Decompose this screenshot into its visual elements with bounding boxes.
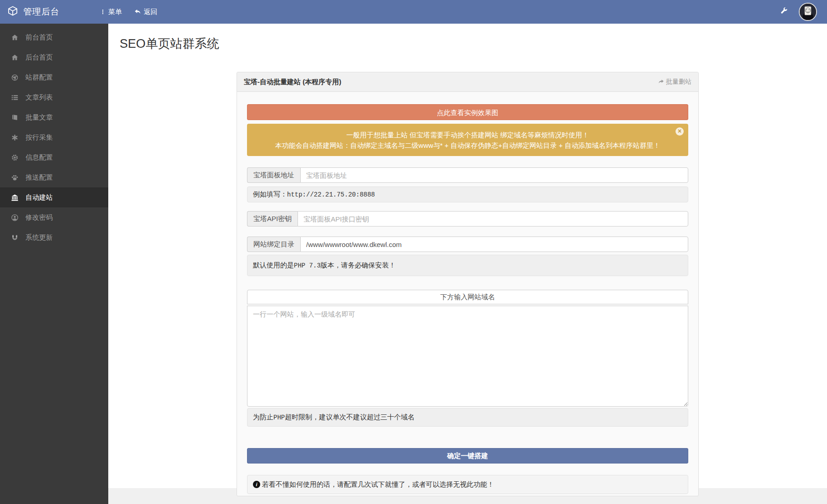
sidebar-item-line-collect[interactable]: 按行采集 [0, 127, 108, 147]
share-arrow-icon [658, 78, 665, 86]
sidebar-item-label: 文章列表 [25, 93, 53, 102]
api-key-group: 宝塔API密钥 [247, 211, 688, 227]
bind-dir-label: 网站绑定目录 [247, 237, 300, 252]
domain-help: 为防止PHP超时限制，建议单次不建议超过三十个域名 [247, 408, 688, 427]
back-label: 返回 [144, 8, 157, 16]
help-text: 版本，请务必确保安装！ [321, 261, 396, 269]
bind-dir-input[interactable] [300, 237, 688, 252]
help-text: 例如填写： [253, 190, 287, 198]
sidebar-item-label: 系统更新 [25, 233, 53, 242]
submit-build-button[interactable]: 确定一键搭建 [247, 448, 688, 464]
sidebar-item-label: 前台首页 [25, 33, 53, 42]
panel-body: 点此查看实例效果图 × 一般用于想批量上站 但宝塔需要手动挨个搭建网站 绑定域名… [237, 92, 698, 496]
domain-input-header: 下方输入网站域名 [247, 290, 688, 304]
sidebar-item-batch-articles[interactable]: 批量文章 [0, 107, 108, 127]
wrench-button[interactable] [780, 7, 788, 17]
topbar: 管理后台 菜单 返回 [0, 0, 827, 24]
sidebar-item-label: 自动建站 [25, 193, 53, 202]
sidebar-item-auto-build[interactable]: 自动建站 [0, 187, 108, 207]
topbar-right [780, 3, 827, 21]
panel-address-label: 宝塔面板地址 [247, 167, 300, 183]
brand-title: 管理后台 [23, 6, 60, 18]
bind-dir-help: 默认使用的是PHP 7.3版本，请务必确保安装！ [247, 255, 688, 276]
info-circle-icon: i [253, 481, 260, 488]
panel-address-group: 宝塔面板地址 [247, 167, 688, 183]
reply-arrow-icon [134, 8, 141, 15]
bank-icon [10, 193, 19, 202]
sidebar-item-label: 按行采集 [25, 133, 53, 142]
asterisk-icon [10, 133, 19, 141]
home-icon [10, 53, 19, 61]
panel-address-input[interactable] [300, 167, 688, 183]
batch-delete-link[interactable]: 批量删站 [658, 78, 691, 86]
help-url: http://22.21.75.20:8888 [287, 191, 375, 198]
sidebar-item-label: 推送配置 [25, 173, 53, 182]
sidebar-item-label: 批量文章 [25, 113, 53, 122]
top-nav: 菜单 返回 [100, 8, 157, 16]
book-icon [10, 113, 19, 121]
sidebar-item-label: 后台首页 [25, 53, 53, 62]
brand[interactable]: 管理后台 [0, 5, 98, 18]
gold-alert: × 一般用于想批量上站 但宝塔需要手动挨个搭建网站 绑定域名等麻烦情况时使用！ … [247, 124, 688, 156]
panel-address-help: 例如填写：http://22.21.75.20:8888 [247, 186, 688, 202]
panel-heading: 宝塔-自动批量建站 (本程序专用) 批量删站 [237, 72, 698, 92]
sidebar-item-article-list[interactable]: 文章列表 [0, 87, 108, 107]
alert-close-icon[interactable]: × [676, 127, 684, 136]
home-icon [10, 33, 19, 41]
user-icon [10, 213, 19, 222]
batch-delete-label: 批量删站 [666, 78, 691, 86]
main-area: SEO单页站群系统 宝塔-自动批量建站 (本程序专用) 批量删站 点此查看实例效… [108, 24, 827, 504]
domain-textarea[interactable] [247, 306, 688, 407]
auto-build-panel: 宝塔-自动批量建站 (本程序专用) 批量删站 点此查看实例效果图 × 一般用于想… [237, 72, 699, 496]
sidebar-item-push-config[interactable]: 推送配置 [0, 167, 108, 187]
cube-logo-icon [7, 5, 18, 18]
menu-toggle-button[interactable]: 菜单 [100, 8, 122, 16]
alert-line1: 一般用于想批量上站 但宝塔需要手动挨个搭建网站 绑定域名等麻烦情况时使用！ [268, 130, 667, 140]
alert-line2: 本功能会自动搭建网站：自动绑定主域名与二级www与* + 自动保存伪静态+自动绑… [268, 140, 667, 151]
sidebar-item-label: 站群配置 [25, 73, 53, 82]
help-php-version: PHP 7.3 [294, 262, 321, 269]
help-text: 超时限制，建议单次不建议超过三十个域名 [285, 413, 414, 421]
avatar[interactable] [799, 3, 817, 21]
sidebar: 前台首页 后台首页 站群配置 文章列表 批量文章 按行采集 信息配置 推送配置 [0, 24, 108, 504]
sidebar-item-admin-home[interactable]: 后台首页 [0, 47, 108, 67]
page-title: SEO单页站群系统 [108, 24, 827, 52]
sidebar-item-label: 信息配置 [25, 153, 53, 162]
menu-toggle-label: 菜单 [108, 8, 122, 16]
back-button[interactable]: 返回 [134, 8, 157, 16]
sidebar-item-sitegroup-config[interactable]: 站群配置 [0, 67, 108, 87]
sidebar-item-front-home[interactable]: 前台首页 [0, 27, 108, 47]
api-key-input[interactable] [298, 211, 688, 227]
example-image-button[interactable]: 点此查看实例效果图 [247, 104, 688, 120]
help-text: 为防止 [253, 413, 273, 421]
content: SEO单页站群系统 宝塔-自动批量建站 (本程序专用) 批量删站 点此查看实例效… [108, 24, 827, 488]
api-key-label: 宝塔API密钥 [247, 211, 298, 227]
sidebar-item-system-update[interactable]: 系统更新 [0, 227, 108, 247]
help-text: 默认使用的是 [253, 261, 294, 269]
dots-vertical-icon [100, 8, 106, 15]
paw-icon [10, 173, 19, 181]
sidebar-item-change-password[interactable]: 修改密码 [0, 207, 108, 227]
list-icon [10, 93, 19, 101]
gear-icon [10, 153, 19, 161]
panel-title: 宝塔-自动批量建站 (本程序专用) [244, 78, 341, 86]
globe-icon [10, 73, 19, 81]
sidebar-item-info-config[interactable]: 信息配置 [0, 147, 108, 167]
footer-note: i 若看不懂如何使用的话，请配置几次试下就懂了，或者可以选择无视此功能！ [247, 475, 688, 494]
footer-note-text: 若看不懂如何使用的话，请配置几次试下就懂了，或者可以选择无视此功能！ [262, 480, 494, 489]
sidebar-item-label: 修改密码 [25, 213, 53, 222]
bind-dir-group: 网站绑定目录 [247, 237, 688, 252]
help-php: PHP [273, 414, 285, 421]
magnet-icon [10, 233, 19, 242]
